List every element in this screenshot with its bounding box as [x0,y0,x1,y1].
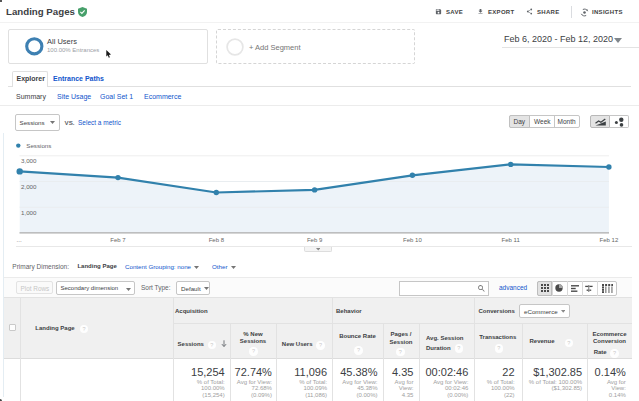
svg-text:3,000: 3,000 [21,157,37,164]
svg-text:...: ... [17,236,22,243]
svg-text:2,000: 2,000 [21,183,37,190]
svg-text:Feb 10: Feb 10 [403,237,422,243]
svg-text:1,000: 1,000 [21,209,37,216]
svg-text:Feb 9: Feb 9 [307,237,323,243]
svg-text:Feb 12: Feb 12 [600,237,619,243]
svg-text:Sessions: Sessions [26,142,51,149]
svg-text:Feb 7: Feb 7 [110,237,126,243]
svg-text:Feb 8: Feb 8 [209,237,225,243]
svg-text:Feb 11: Feb 11 [502,237,521,243]
